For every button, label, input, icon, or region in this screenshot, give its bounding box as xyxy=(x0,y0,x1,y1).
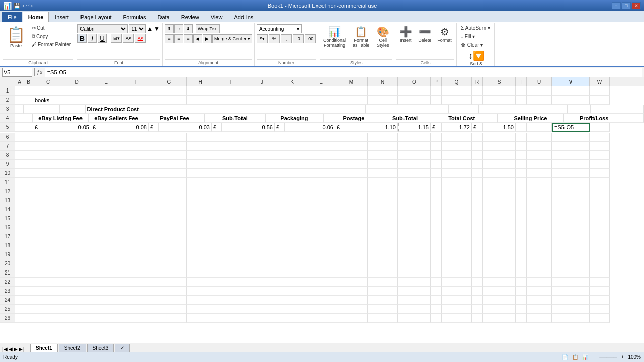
cell-g22[interactable] xyxy=(151,278,187,287)
cell-q19[interactable] xyxy=(442,250,472,259)
cell-s2[interactable] xyxy=(483,96,516,105)
cell-d17[interactable] xyxy=(63,232,91,241)
cell-q6[interactable] xyxy=(442,133,472,142)
tab-page-layout[interactable]: Page Layout xyxy=(75,12,117,22)
tab-home[interactable]: Home xyxy=(23,12,49,22)
cell-s20[interactable] xyxy=(483,259,516,268)
cell-k12[interactable] xyxy=(277,187,307,196)
cell-t26[interactable] xyxy=(516,314,527,323)
cell-q18[interactable] xyxy=(442,241,472,250)
cell-s14[interactable] xyxy=(483,205,516,214)
cell-i21[interactable] xyxy=(214,268,247,278)
col-v[interactable]: V xyxy=(552,77,590,86)
cell-d14[interactable] xyxy=(63,205,91,214)
align-middle-button[interactable]: ↔ xyxy=(174,24,183,33)
cell-g3[interactable] xyxy=(222,105,255,114)
cell-j26[interactable] xyxy=(247,314,277,323)
cell-i4[interactable]: Sub-Total xyxy=(205,114,265,123)
col-q[interactable]: Q xyxy=(442,77,472,86)
cell-s23[interactable] xyxy=(483,287,516,296)
cell-l2[interactable] xyxy=(307,96,335,105)
cell-l10[interactable] xyxy=(307,169,335,178)
cell-l11[interactable] xyxy=(307,178,335,187)
cell-f1[interactable] xyxy=(121,86,151,96)
cell-q15[interactable] xyxy=(442,214,472,223)
cell-m13[interactable] xyxy=(335,196,368,205)
cell-b3[interactable] xyxy=(24,105,32,114)
cell-i22[interactable] xyxy=(214,278,247,287)
cell-g15[interactable] xyxy=(151,214,187,223)
cell-s26[interactable] xyxy=(483,314,516,323)
cell-b11[interactable] xyxy=(24,178,33,187)
cell-a11[interactable] xyxy=(15,178,24,187)
cell-r11[interactable] xyxy=(472,178,483,187)
cell-j22[interactable] xyxy=(247,278,277,287)
cell-f8[interactable] xyxy=(121,151,151,160)
cell-e9[interactable] xyxy=(91,160,121,169)
cell-t23[interactable] xyxy=(516,287,527,296)
cell-q17[interactable] xyxy=(442,232,472,241)
cell-v15[interactable] xyxy=(552,214,590,223)
cell-n6[interactable] xyxy=(368,133,398,142)
cell-j12[interactable] xyxy=(247,187,277,196)
cell-t17[interactable] xyxy=(516,232,527,241)
cell-j19[interactable] xyxy=(247,250,277,259)
cell-a7[interactable] xyxy=(15,142,24,151)
cell-h7[interactable] xyxy=(187,142,214,151)
cell-n25[interactable] xyxy=(368,305,398,314)
cell-v20[interactable] xyxy=(552,259,590,268)
cell-r15[interactable] xyxy=(472,214,483,223)
align-top-button[interactable]: ⬆ xyxy=(165,24,174,33)
conditional-formatting-button[interactable]: 📊 ConditionalFormatting xyxy=(320,24,348,49)
cell-d8[interactable] xyxy=(63,151,91,160)
cell-o6[interactable] xyxy=(398,133,431,142)
cell-l19[interactable] xyxy=(307,250,335,259)
cell-m17[interactable] xyxy=(335,232,368,241)
cell-a2[interactable] xyxy=(15,96,24,105)
cell-g25[interactable] xyxy=(151,305,187,314)
fill-color-button[interactable]: A▾ xyxy=(123,34,134,43)
col-l[interactable]: L xyxy=(307,77,335,86)
cell-j17[interactable] xyxy=(247,232,277,241)
cell-w22[interactable] xyxy=(590,278,610,287)
cell-f16[interactable] xyxy=(121,223,151,232)
cell-r24[interactable] xyxy=(472,296,483,305)
cell-n20[interactable] xyxy=(368,259,398,268)
cell-o26[interactable] xyxy=(398,314,431,323)
cell-h21[interactable] xyxy=(187,268,214,278)
cell-o10[interactable] xyxy=(398,169,431,178)
cell-v26[interactable] xyxy=(552,314,590,323)
cell-f10[interactable] xyxy=(121,169,151,178)
cell-s24[interactable] xyxy=(483,296,516,305)
cell-d25[interactable] xyxy=(63,305,91,314)
cell-c25[interactable] xyxy=(33,305,63,314)
cell-h25[interactable] xyxy=(187,305,214,314)
cell-d12[interactable] xyxy=(63,187,91,196)
cell-s16[interactable] xyxy=(483,223,516,232)
cell-u10[interactable] xyxy=(527,169,552,178)
cell-p11[interactable] xyxy=(431,178,442,187)
cell-q9[interactable] xyxy=(442,160,472,169)
cell-d6[interactable] xyxy=(63,133,91,142)
cell-p20[interactable] xyxy=(431,259,442,268)
cell-g16[interactable] xyxy=(151,223,187,232)
cell-q25[interactable] xyxy=(442,305,472,314)
cell-h26[interactable] xyxy=(187,314,214,323)
cell-p12[interactable] xyxy=(431,187,442,196)
cell-p23[interactable] xyxy=(431,287,442,296)
cell-b20[interactable] xyxy=(24,259,33,268)
cell-d20[interactable] xyxy=(63,259,91,268)
cell-e15[interactable] xyxy=(91,214,121,223)
cell-m15[interactable] xyxy=(335,214,368,223)
cell-i24[interactable] xyxy=(214,296,247,305)
cell-g4[interactable]: PayPal Fee xyxy=(144,114,205,123)
cell-l23[interactable] xyxy=(307,287,335,296)
cell-b5[interactable] xyxy=(24,123,33,132)
cell-n11[interactable] xyxy=(368,178,398,187)
col-p[interactable]: P xyxy=(431,77,442,86)
cell-i7[interactable] xyxy=(214,142,247,151)
cell-h11[interactable] xyxy=(187,178,214,187)
cell-u9[interactable] xyxy=(527,160,552,169)
tab-data[interactable]: Data xyxy=(152,12,175,22)
cell-p15[interactable] xyxy=(431,214,442,223)
